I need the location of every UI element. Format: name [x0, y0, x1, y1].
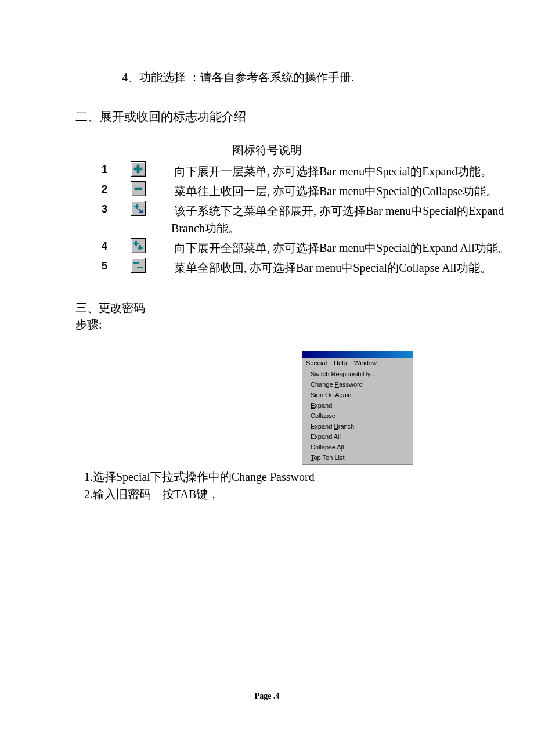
dropdown-menu: Switch Responsibility... Change Password…: [302, 368, 413, 464]
page-footer: Page .4: [0, 692, 534, 701]
icon-cell: [131, 238, 171, 256]
step-1: 1.选择Special下拉式操作中的Change Password: [84, 468, 534, 485]
icon-row-number: 1: [102, 161, 131, 176]
icon-row: 3 该子系统下之菜单全部展开, 亦可选择Bar menu中Special的Exp…: [102, 201, 531, 237]
icon-cell: [131, 161, 171, 179]
collapse-all-icon[interactable]: [131, 258, 146, 273]
svg-rect-6: [134, 243, 139, 244]
svg-rect-9: [134, 262, 139, 264]
icon-table-caption: 图标符号说明: [0, 142, 534, 158]
intro-line: 4、功能选择 ：请各自参考各系统的操作手册.: [122, 70, 534, 85]
section-3-subheader: 步骤:: [75, 316, 534, 333]
icon-description: 向下展开一层菜单, 亦可选择Bar menu中Special的Expand功能。: [171, 161, 531, 180]
expand-icon[interactable]: [131, 161, 146, 177]
menu-bar-help[interactable]: Help: [334, 359, 347, 366]
svg-rect-2: [135, 188, 142, 190]
icon-row: 5 菜单全部收回, 亦可选择Bar menu中Special的Collapse …: [102, 258, 531, 276]
section-3: 三、更改密码 步骤:: [75, 300, 534, 333]
menu-bar-window[interactable]: Window: [354, 359, 377, 366]
menu-bar: Special Help Window: [302, 358, 413, 368]
icon-row: 2 菜单往上收回一层, 亦可选择Bar menu中Special的Collaps…: [102, 181, 531, 200]
menu-item-collapse[interactable]: Collapse: [302, 411, 413, 422]
collapse-icon[interactable]: [131, 181, 146, 196]
icon-description: 该子系统下之菜单全部展开, 亦可选择Bar menu中Special的Expan…: [171, 201, 531, 237]
icon-description: 向下展开全部菜单, 亦可选择Bar menu中Special的Expand Al…: [171, 238, 531, 257]
menu-item-expand[interactable]: Expand: [302, 401, 413, 411]
steps-list: 1.选择Special下拉式操作中的Change Password 2.输入旧密…: [84, 468, 534, 503]
expand-branch-icon[interactable]: [131, 201, 146, 216]
document-page: 4、功能选择 ：请各自参考各系统的操作手册. 二、展开或收回的标志功能介绍 图标…: [0, 0, 534, 756]
icon-cell: [131, 258, 171, 276]
icon-cell: [131, 201, 171, 219]
section-3-header: 三、更改密码: [75, 300, 534, 316]
menu-item-sign-on-again[interactable]: Sign On Again: [302, 390, 413, 401]
menu-item-change-password[interactable]: Change Password: [302, 380, 413, 390]
icon-row-number: 4: [102, 238, 131, 253]
icon-description: 菜单全部收回, 亦可选择Bar menu中Special的Collapse Al…: [171, 258, 531, 276]
menu-bar-special[interactable]: Special: [306, 359, 327, 366]
icon-row-number: 2: [102, 181, 131, 196]
menu-screenshot: Special Help Window Switch Responsibilit…: [302, 351, 413, 465]
icon-row-number: 3: [102, 201, 131, 215]
icon-row: 4 向下展开全部菜单, 亦可选择Bar menu中Special的Expand …: [102, 238, 531, 257]
menu-item-collapse-all[interactable]: Collapse All: [302, 442, 413, 453]
window-titlebar: [302, 351, 413, 358]
menu-item-switch-responsibility[interactable]: Switch Responsibility...: [302, 369, 413, 380]
section-2-header: 二、展开或收回的标志功能介绍: [75, 109, 534, 125]
icon-description: 菜单往上收回一层, 亦可选择Bar menu中Special的Collapse功…: [171, 181, 531, 200]
icon-row: 1 向下展开一层菜单, 亦可选择Bar menu中Special的Expand功…: [102, 161, 531, 180]
step-2: 2.输入旧密码 按TAB键，: [84, 485, 534, 503]
menu-item-expand-branch[interactable]: Expand Branch: [302, 422, 413, 432]
svg-rect-10: [137, 267, 143, 268]
svg-rect-8: [138, 247, 143, 249]
svg-rect-1: [134, 168, 142, 170]
icon-cell: [131, 181, 171, 199]
menu-item-expand-all[interactable]: Expand All: [302, 432, 413, 442]
icon-table: 1 向下展开一层菜单, 亦可选择Bar menu中Special的Expand功…: [102, 161, 531, 276]
expand-all-icon[interactable]: [131, 238, 146, 253]
icon-row-number: 5: [102, 258, 131, 272]
menu-item-top-ten-list[interactable]: Top Ten List: [302, 453, 413, 463]
svg-rect-4: [134, 206, 139, 207]
